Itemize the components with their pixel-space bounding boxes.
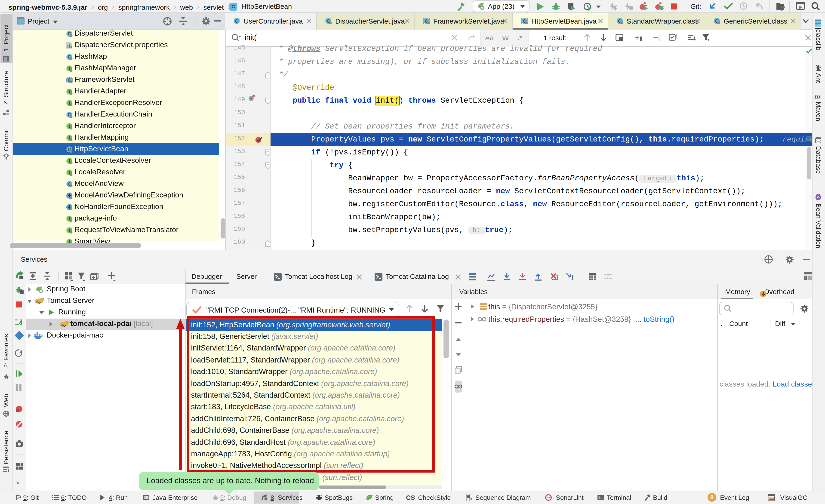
svg-text:I: I bbox=[69, 170, 70, 175]
svg-text:I: I bbox=[69, 66, 70, 71]
svg-text:I: I bbox=[69, 89, 70, 94]
svg-text:I: I bbox=[69, 124, 70, 129]
svg-text:I: I bbox=[69, 227, 70, 233]
svg-text:I: I bbox=[69, 100, 70, 105]
svg-text:»: » bbox=[16, 479, 20, 486]
svg-text:I: I bbox=[69, 158, 70, 163]
svg-text:I: I bbox=[69, 135, 70, 140]
svg-text:C: C bbox=[235, 18, 238, 23]
svg-text:I: I bbox=[69, 216, 70, 221]
